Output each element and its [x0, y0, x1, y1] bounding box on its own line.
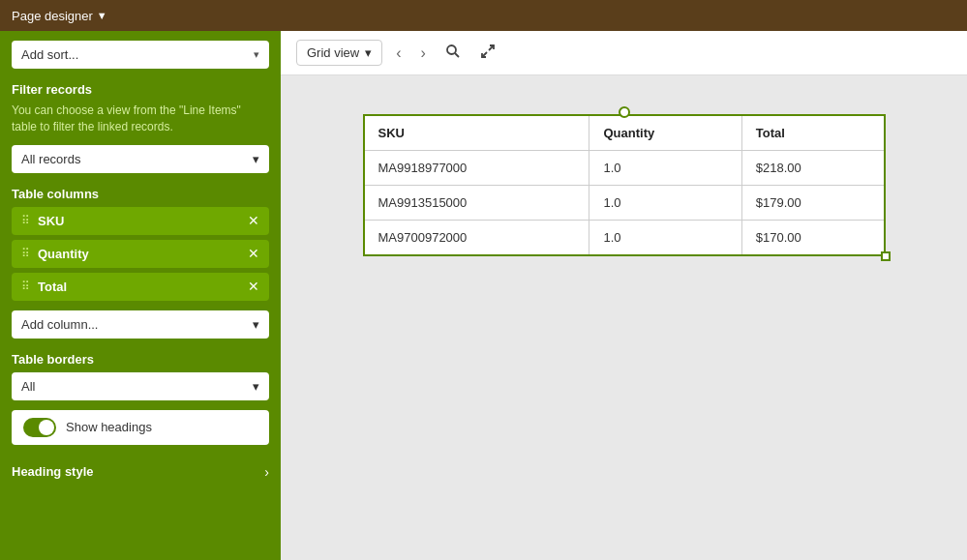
toolbar: Grid view ▾ ‹ ›	[281, 31, 967, 75]
show-headings-row: Show headings	[12, 410, 269, 445]
filter-records-desc: You can choose a view from the "Line Ite…	[12, 103, 269, 135]
content-area: Grid view ▾ ‹ ›	[281, 31, 967, 560]
borders-label: All	[21, 379, 35, 394]
add-column-dropdown[interactable]: Add column... ▾	[12, 310, 269, 339]
header-sku: SKU	[364, 115, 589, 151]
show-headings-toggle[interactable]	[23, 418, 56, 437]
drag-handle-icon: ⠿	[21, 214, 30, 227]
table-cell: 1.0	[589, 221, 741, 256]
table-cell: MA9700972000	[364, 221, 589, 256]
table-header-row: SKU Quantity Total	[364, 115, 885, 151]
remove-total-icon[interactable]: ✕	[248, 280, 259, 293]
borders-dropdown[interactable]: All ▾	[12, 372, 269, 400]
main-layout: Add sort... ▾ Filter records You can cho…	[0, 31, 967, 560]
heading-style-title: Heading style	[12, 464, 94, 479]
table-cell: MA9918977000	[364, 151, 589, 186]
grid-view-label: Grid view	[307, 45, 359, 60]
expand-icon	[480, 44, 496, 59]
canvas: SKU Quantity Total MA99189770001.0$218.0…	[281, 75, 967, 560]
borders-chevron-icon: ▾	[253, 379, 259, 394]
show-headings-label: Show headings	[66, 420, 152, 434]
add-sort-dropdown[interactable]: Add sort... ▾	[12, 41, 269, 69]
svg-line-1	[455, 53, 459, 57]
all-records-dropdown[interactable]: All records ▾	[12, 145, 269, 173]
top-bar: Page designer ▼	[0, 0, 967, 31]
remove-sku-icon[interactable]: ✕	[248, 214, 259, 227]
table-columns-list: ⠿ SKU ✕ ⠿ Quantity ✕ ⠿ Total ✕	[12, 207, 269, 301]
nav-next-button[interactable]: ›	[415, 41, 432, 66]
resize-handle-bottom-right[interactable]	[881, 251, 891, 261]
table-cell: $170.00	[741, 221, 884, 256]
grid-view-chevron-icon: ▾	[365, 45, 372, 60]
resize-handle-top[interactable]	[619, 106, 630, 118]
page-designer-title: Page designer	[12, 9, 93, 23]
column-name-sku: SKU	[38, 214, 248, 228]
column-name-total: Total	[38, 280, 248, 294]
table-row: MA99135150001.0$179.00	[364, 186, 885, 221]
add-sort-label: Add sort...	[21, 47, 78, 62]
sidebar: Add sort... ▾ Filter records You can cho…	[0, 31, 281, 560]
expand-button[interactable]	[474, 40, 501, 66]
topbar-chevron-icon[interactable]: ▼	[97, 10, 107, 21]
records-chevron-icon: ▾	[253, 152, 259, 166]
column-name-quantity: Quantity	[38, 247, 248, 261]
sort-chevron-icon: ▾	[254, 48, 259, 61]
header-total: Total	[741, 115, 884, 151]
table-borders-title: Table borders	[12, 352, 269, 367]
table-cell: MA9913515000	[364, 186, 589, 221]
search-button[interactable]	[439, 40, 467, 67]
table-row: MA97009720001.0$170.00	[364, 221, 885, 256]
svg-point-0	[447, 45, 456, 54]
table-cell: $179.00	[741, 186, 884, 221]
table-cell: $218.00	[741, 151, 884, 186]
add-column-chevron-icon: ▾	[253, 317, 259, 332]
search-icon	[445, 44, 461, 59]
table-cell: 1.0	[589, 151, 741, 186]
table-widget: SKU Quantity Total MA99189770001.0$218.0…	[363, 114, 886, 256]
data-table: SKU Quantity Total MA99189770001.0$218.0…	[363, 114, 886, 256]
table-columns-title: Table columns	[12, 187, 269, 201]
table-cell: 1.0	[589, 186, 741, 221]
header-quantity: Quantity	[589, 115, 741, 151]
filter-records-title: Filter records	[12, 82, 269, 97]
table-body: MA99189770001.0$218.00MA99135150001.0$17…	[364, 151, 885, 256]
drag-handle-icon: ⠿	[21, 280, 30, 293]
heading-style-row[interactable]: Heading style ›	[12, 458, 269, 486]
table-row: MA99189770001.0$218.00	[364, 151, 885, 186]
add-column-label: Add column...	[21, 317, 99, 332]
column-item-quantity[interactable]: ⠿ Quantity ✕	[12, 240, 269, 268]
column-item-sku[interactable]: ⠿ SKU ✕	[12, 207, 269, 235]
drag-handle-icon: ⠿	[21, 247, 30, 260]
nav-prev-button[interactable]: ‹	[390, 41, 407, 66]
all-records-label: All records	[21, 152, 80, 166]
grid-view-button[interactable]: Grid view ▾	[296, 40, 382, 66]
column-item-total[interactable]: ⠿ Total ✕	[12, 273, 269, 301]
heading-style-chevron-icon: ›	[264, 464, 269, 480]
remove-quantity-icon[interactable]: ✕	[248, 247, 259, 260]
